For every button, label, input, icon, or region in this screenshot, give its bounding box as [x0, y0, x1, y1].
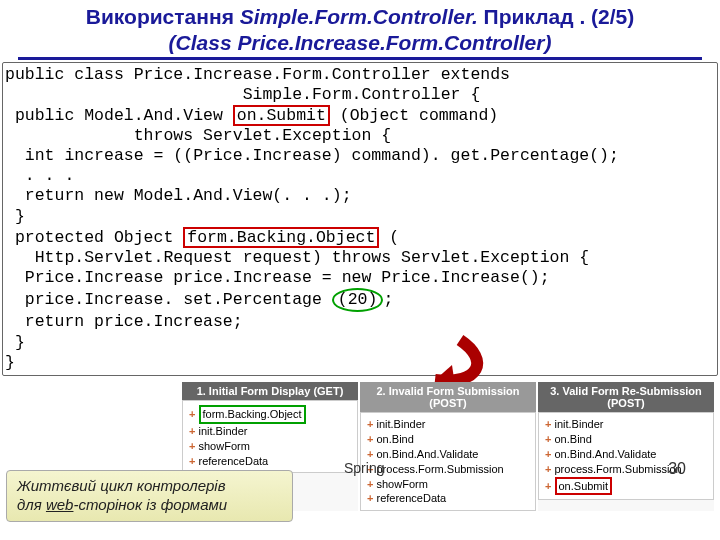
code-line: int increase = ((Price.Increase) command…: [5, 146, 619, 165]
code-line: . . .: [5, 166, 74, 185]
footer-caption: Життєвий цикл контролерів для web-сторін…: [6, 470, 293, 522]
list-item: init.Binder: [555, 418, 604, 430]
code-line: public class Price.Increase.Form.Control…: [5, 65, 510, 84]
code-line: Http.Servlet.Request request) throws Ser…: [5, 248, 589, 267]
panel-body: + init.Binder + on.Bind + on.Bind.And.Va…: [360, 412, 536, 511]
list-item: init.Binder: [377, 418, 426, 430]
list-item: init.Binder: [199, 425, 248, 437]
footer-line-1: Життєвий цикл контролерів: [17, 477, 226, 494]
list-item: process.Form.Submission: [377, 463, 504, 475]
title-title-italic-1: Simple.Form.Controller.: [240, 5, 478, 28]
onsubmit-highlight: on.Submit: [233, 105, 330, 126]
panel-head: 1. Initial Form Display (GET): [182, 382, 358, 400]
footer-line-2a: для: [17, 496, 46, 513]
code-line: protected Object: [5, 228, 183, 247]
title-text-2: Приклад . (2/5): [478, 5, 634, 28]
value-20-highlight: (20): [332, 288, 384, 312]
panel-invalid-submission: 2. Invalid Form Submission (POST) + init…: [360, 382, 536, 511]
code-line: ;: [383, 290, 393, 309]
list-item: referenceData: [377, 492, 447, 504]
slide-title: Використання Simple.Form.Controller. При…: [18, 0, 702, 60]
panel-body: + init.Binder + on.Bind + on.Bind.And.Va…: [538, 412, 714, 500]
page-number: 30: [668, 460, 686, 478]
code-line: }: [5, 333, 25, 352]
code-line: Simple.Form.Controller {: [5, 85, 480, 104]
code-line: (Object command): [330, 106, 498, 125]
title-text-1: Використання: [86, 5, 240, 28]
code-line: public Model.And.View: [5, 106, 233, 125]
panel-head: 2. Invalid Form Submission (POST): [360, 382, 536, 412]
list-item: on.Bind: [555, 433, 592, 445]
code-line: throws Servlet.Exception {: [5, 126, 391, 145]
panel-body: + form.Backing.Object + init.Binder + sh…: [182, 400, 358, 473]
title-subtitle: (Class Price.Increase.Form.Controller): [169, 31, 552, 54]
code-line: }: [5, 207, 25, 226]
list-item: on.Submit: [555, 477, 613, 496]
code-line: Price.Increase price.Increase = new Pric…: [5, 268, 550, 287]
code-block: public class Price.Increase.Form.Control…: [2, 62, 718, 376]
list-item: showForm: [199, 440, 250, 452]
panel-valid-resubmission: 3. Valid Form Re-Submission (POST) + ini…: [538, 382, 714, 511]
code-line: }: [5, 353, 15, 372]
code-line: price.Increase. set.Percentage: [5, 290, 332, 309]
list-item: on.Bind.And.Validate: [555, 448, 657, 460]
code-line: (: [379, 228, 399, 247]
code-line: return new Model.And.View(. . .);: [5, 186, 352, 205]
footer-web-underline: web: [46, 496, 74, 513]
formbacking-highlight: form.Backing.Object: [183, 227, 379, 248]
list-item: referenceData: [199, 455, 269, 467]
code-line: return price.Increase;: [5, 312, 243, 331]
list-item: showForm: [377, 478, 428, 490]
list-item: on.Bind.And.Validate: [377, 448, 479, 460]
list-item: on.Bind: [377, 433, 414, 445]
footer-line-2b: -сторінок із формами: [73, 496, 227, 513]
list-item: form.Backing.Object: [199, 405, 306, 424]
footer-center: Spring: [344, 460, 384, 476]
list-item: process.Form.Submission: [555, 463, 682, 475]
panel-head: 3. Valid Form Re-Submission (POST): [538, 382, 714, 412]
